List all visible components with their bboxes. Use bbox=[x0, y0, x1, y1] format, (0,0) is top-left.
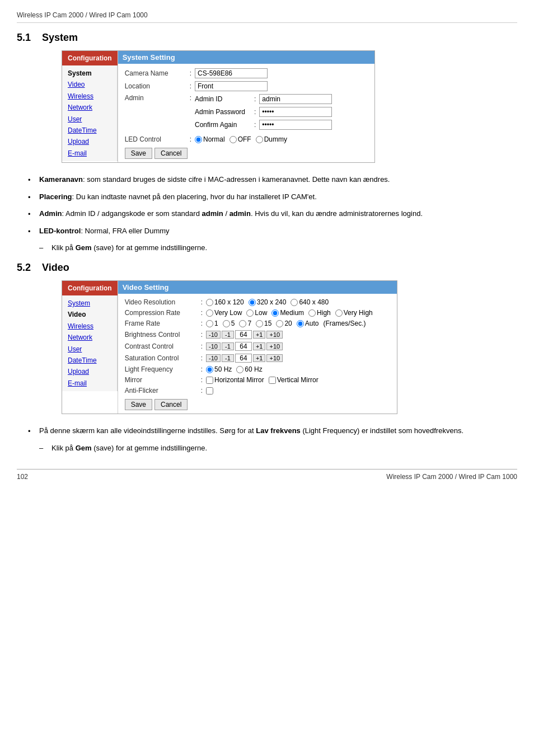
video-sidebar-item-datetime[interactable]: DateTime bbox=[68, 355, 111, 366]
video-sidebar-item-system[interactable]: System bbox=[68, 298, 111, 309]
comp-verylow-option[interactable]: Very Low bbox=[206, 309, 242, 317]
mirror-vertical-option[interactable]: Vertical Mirror bbox=[269, 376, 318, 384]
led-normal-radio[interactable] bbox=[195, 136, 202, 143]
comp-verylow-radio[interactable] bbox=[206, 309, 213, 317]
location-row: Location : bbox=[125, 81, 368, 91]
video-sidebar-item-wireless[interactable]: Wireless bbox=[68, 321, 111, 332]
camera-name-input[interactable] bbox=[195, 68, 268, 78]
video-sidebar-item-email[interactable]: E-mail bbox=[68, 378, 111, 389]
fps-20-option[interactable]: 20 bbox=[276, 320, 292, 327]
freq-60hz-option[interactable]: 60 Hz bbox=[236, 365, 262, 373]
comp-medium-radio[interactable] bbox=[271, 309, 279, 317]
led-normal-option[interactable]: Normal bbox=[195, 135, 225, 143]
res-320-option[interactable]: 320 x 240 bbox=[249, 298, 287, 306]
comp-veryhigh-radio[interactable] bbox=[335, 309, 343, 317]
compression-rate-label: Compression Rate bbox=[125, 309, 198, 317]
bullet-led: • LED-kontrol: Normal, FRA eller Dummy bbox=[28, 226, 517, 237]
mirror-vertical-checkbox[interactable] bbox=[269, 377, 276, 384]
comp-veryhigh-option[interactable]: Very High bbox=[335, 309, 373, 317]
system-cancel-button[interactable]: Cancel bbox=[154, 148, 188, 159]
sidebar-item-video[interactable]: Video bbox=[68, 79, 111, 90]
page-footer: 102 Wireless IP Cam 2000 / Wired IP Cam … bbox=[17, 469, 517, 481]
fps-7-option[interactable]: 7 bbox=[239, 320, 251, 327]
led-control-label: LED Control bbox=[125, 135, 186, 143]
led-off-radio[interactable] bbox=[229, 136, 237, 143]
fps-1-option[interactable]: 1 bbox=[206, 320, 218, 327]
comp-low-option[interactable]: Low bbox=[246, 309, 267, 317]
page-header: Wireless IP Cam 2000 / Wired IP Cam 1000 bbox=[17, 11, 517, 23]
contrast-plus10-btn[interactable]: +10 bbox=[266, 342, 283, 350]
led-dummy-option[interactable]: Dummy bbox=[256, 135, 287, 143]
freq-50hz-radio[interactable] bbox=[206, 366, 213, 373]
fps-auto-option[interactable]: Auto bbox=[297, 320, 319, 327]
led-dummy-radio[interactable] bbox=[256, 136, 263, 143]
light-frequency-label: Light Frequency bbox=[125, 365, 198, 373]
video-resolution-label: Video Resolution bbox=[125, 298, 198, 306]
fps-15-option[interactable]: 15 bbox=[256, 320, 271, 327]
brightness-plus1-btn[interactable]: +1 bbox=[253, 331, 266, 339]
video-sidebar-item-upload[interactable]: Upload bbox=[68, 366, 111, 377]
mirror-horizontal-option[interactable]: Horizontal Mirror bbox=[206, 376, 264, 384]
video-sidebar-item-user[interactable]: User bbox=[68, 344, 111, 355]
brightness-minus10-btn[interactable]: -10 bbox=[206, 331, 221, 339]
fps-auto-radio[interactable] bbox=[297, 320, 304, 327]
sidebar-item-email[interactable]: E-mail bbox=[68, 148, 111, 159]
fps-5-radio[interactable] bbox=[223, 320, 230, 327]
comp-high-radio[interactable] bbox=[308, 309, 316, 317]
contrast-minus10-btn[interactable]: -10 bbox=[206, 342, 221, 350]
comp-medium-option[interactable]: Medium bbox=[271, 309, 304, 317]
video-sidebar-item-network[interactable]: Network bbox=[68, 332, 111, 343]
location-input[interactable] bbox=[195, 81, 268, 91]
admin-bold: Admin bbox=[39, 209, 62, 218]
res-640-radio[interactable] bbox=[291, 299, 298, 306]
sidebar-item-user[interactable]: User bbox=[68, 114, 111, 125]
saturation-minus1-btn[interactable]: -1 bbox=[222, 354, 234, 362]
comp-high-option[interactable]: High bbox=[308, 309, 331, 317]
contrast-minus1-btn[interactable]: -1 bbox=[222, 342, 234, 350]
system-save-button[interactable]: Save bbox=[125, 148, 152, 159]
res-160-option[interactable]: 160 x 120 bbox=[206, 298, 244, 306]
saturation-plus10-btn[interactable]: +10 bbox=[266, 354, 283, 362]
freq-50hz-option[interactable]: 50 Hz bbox=[206, 365, 232, 373]
res-640-option[interactable]: 640 x 480 bbox=[291, 298, 329, 306]
sidebar-item-datetime[interactable]: DateTime bbox=[68, 125, 111, 136]
fps-20-radio[interactable] bbox=[276, 320, 283, 327]
fps-1-radio[interactable] bbox=[206, 320, 213, 327]
res-160-radio[interactable] bbox=[206, 299, 213, 306]
sidebar-item-wireless[interactable]: Wireless bbox=[68, 91, 111, 102]
fps-15-radio[interactable] bbox=[256, 320, 263, 327]
anti-flicker-checkbox[interactable] bbox=[206, 387, 213, 395]
sidebar-item-upload[interactable]: Upload bbox=[68, 136, 111, 147]
saturation-plus1-btn[interactable]: +1 bbox=[253, 354, 266, 362]
admin-password-row: Admin Password : bbox=[195, 107, 332, 117]
video-sidebar-item-video[interactable]: Video bbox=[68, 309, 111, 320]
video-sidebar-title: Configuration bbox=[62, 281, 118, 295]
admin-password-input[interactable] bbox=[259, 107, 332, 117]
contrast-plus1-btn[interactable]: +1 bbox=[253, 342, 266, 350]
sidebar-item-system[interactable]: System bbox=[68, 68, 111, 79]
compression-radio-group: Very Low Low Medium High Very High bbox=[206, 309, 373, 317]
section-5-1-number: 5.1 bbox=[17, 32, 31, 44]
confirm-again-input[interactable] bbox=[259, 120, 332, 130]
system-buttons: Save Cancel bbox=[125, 148, 368, 159]
freq-60hz-radio[interactable] bbox=[236, 366, 243, 373]
footer-right-text: Wireless IP Cam 2000 / Wired IP Cam 1000 bbox=[386, 473, 517, 481]
lav-frekvens-bold: Lav frekvens bbox=[256, 426, 301, 435]
location-label: Location bbox=[125, 82, 186, 90]
section-5-1: 5.1 System Configuration System Video Wi… bbox=[17, 32, 517, 252]
admin-id-input[interactable] bbox=[259, 94, 332, 104]
fps-7-radio[interactable] bbox=[239, 320, 246, 327]
saturation-label: Saturation Control bbox=[125, 354, 198, 362]
led-off-option[interactable]: OFF bbox=[229, 135, 251, 143]
saturation-minus10-btn[interactable]: -10 bbox=[206, 354, 221, 362]
comp-low-radio[interactable] bbox=[246, 309, 254, 317]
light-freq-radio-group: 50 Hz 60 Hz bbox=[206, 365, 263, 373]
brightness-plus10-btn[interactable]: +10 bbox=[266, 331, 283, 339]
video-cancel-button[interactable]: Cancel bbox=[154, 399, 188, 410]
res-320-radio[interactable] bbox=[249, 299, 256, 306]
brightness-minus1-btn[interactable]: -1 bbox=[222, 331, 234, 339]
video-save-button[interactable]: Save bbox=[125, 399, 152, 410]
sidebar-item-network[interactable]: Network bbox=[68, 102, 111, 113]
mirror-horizontal-checkbox[interactable] bbox=[206, 377, 213, 384]
fps-5-option[interactable]: 5 bbox=[223, 320, 235, 327]
